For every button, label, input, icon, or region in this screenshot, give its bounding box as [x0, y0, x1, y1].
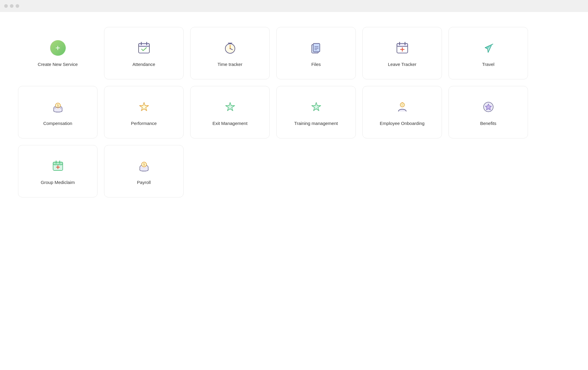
exit-management-icon: [222, 99, 238, 115]
attendance-label: Attendance: [133, 61, 155, 67]
group-mediclaim-icon: [50, 158, 66, 174]
exit-management-label: Exit Management: [212, 120, 248, 126]
card-performance[interactable]: Performance: [104, 86, 184, 138]
time-tracker-icon: [222, 40, 238, 56]
time-tracker-label: Time tracker: [218, 61, 242, 67]
compensation-icon: $: [50, 99, 66, 115]
service-grid: + Create New Service Attendance: [18, 27, 528, 197]
card-payroll[interactable]: $ Payroll: [104, 145, 184, 197]
card-attendance[interactable]: Attendance: [104, 27, 184, 79]
travel-icon: [481, 40, 496, 56]
leave-tracker-label: Leave Tracker: [388, 61, 416, 67]
card-exit-management[interactable]: Exit Management: [190, 86, 270, 138]
svg-marker-26: [312, 102, 321, 111]
group-mediclaim-label: Group Mediclaim: [41, 179, 75, 185]
training-management-label: Training management: [294, 120, 338, 126]
payroll-icon: $: [136, 158, 152, 174]
card-leave-tracker[interactable]: Leave Tracker: [362, 27, 442, 79]
card-compensation[interactable]: $ Compensation: [18, 86, 98, 138]
card-create-new-service[interactable]: + Create New Service: [18, 27, 98, 79]
svg-marker-24: [140, 102, 148, 111]
titlebar-dot-1: [4, 4, 8, 8]
performance-icon: [136, 99, 152, 115]
benefits-icon: [481, 99, 496, 115]
payroll-label: Payroll: [137, 179, 151, 185]
svg-marker-25: [226, 102, 235, 111]
files-label: Files: [311, 61, 321, 67]
create-circle-icon: +: [50, 40, 66, 56]
performance-label: Performance: [131, 120, 157, 126]
card-travel[interactable]: Travel: [448, 27, 528, 79]
benefits-label: Benefits: [480, 120, 496, 126]
attendance-icon: [136, 40, 152, 56]
plus-icon: +: [55, 44, 60, 52]
card-training-management[interactable]: Training management: [276, 86, 356, 138]
titlebar-dot-3: [16, 4, 19, 8]
svg-rect-1: [139, 43, 149, 46]
titlebar: [0, 0, 588, 12]
files-icon: [308, 40, 324, 56]
card-time-tracker[interactable]: Time tracker: [190, 27, 270, 79]
svg-point-28: [401, 104, 404, 106]
svg-rect-11: [313, 43, 320, 52]
card-benefits[interactable]: Benefits: [448, 86, 528, 138]
svg-text:$: $: [57, 104, 59, 107]
svg-rect-33: [53, 162, 63, 165]
travel-label: Travel: [482, 61, 494, 67]
svg-rect-16: [397, 43, 408, 46]
card-files[interactable]: Files: [276, 27, 356, 79]
employee-onboarding-label: Employee Onboarding: [380, 120, 424, 126]
employee-onboarding-icon: [394, 99, 410, 115]
card-employee-onboarding[interactable]: Employee Onboarding: [362, 86, 442, 138]
main-content: + Create New Service Attendance: [0, 12, 588, 370]
leave-tracker-icon: [394, 40, 410, 56]
training-management-icon: [308, 99, 324, 115]
create-new-service-label: Create New Service: [38, 61, 78, 67]
svg-text:$: $: [143, 163, 145, 166]
compensation-label: Compensation: [43, 120, 72, 126]
card-group-mediclaim[interactable]: Group Mediclaim: [18, 145, 98, 197]
titlebar-dot-2: [10, 4, 14, 8]
